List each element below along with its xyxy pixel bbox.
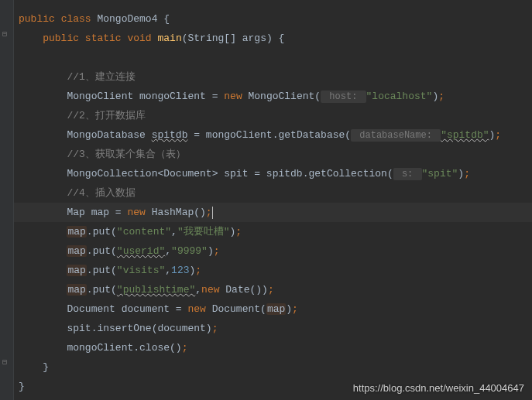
text-cursor xyxy=(212,207,213,219)
watermark-text: https://blog.csdn.net/weixin_44004647 xyxy=(353,382,524,394)
code-line: Document document = new Document(map); xyxy=(19,299,532,319)
parameter-hint: s: xyxy=(393,168,422,180)
code-line xyxy=(19,48,532,67)
code-line: public static void main(String[] args) { xyxy=(19,29,532,48)
code-line: spit.insertOne(document); xyxy=(19,319,532,338)
code-line: } xyxy=(19,357,532,377)
code-line: //4、插入数据 xyxy=(19,183,532,203)
code-line: map.put("userid","9999"); xyxy=(19,241,532,261)
fold-icon[interactable]: ⊟ xyxy=(2,359,10,367)
code-line: mongoClient.close(); xyxy=(19,338,532,357)
parameter-hint: host: xyxy=(321,91,366,103)
code-line: map.put("visits",123); xyxy=(19,261,532,280)
code-line: map.put("publishtime",new Date()); xyxy=(19,280,532,299)
code-line: MongoDatabase spitdb = mongoClient.getDa… xyxy=(19,125,532,145)
code-line: //1、建立连接 xyxy=(19,67,532,87)
code-line: MongoCollection<Document> spit = spitdb.… xyxy=(19,164,532,183)
code-line: //2、打开数据库 xyxy=(19,106,532,125)
code-line: //3、获取某个集合（表） xyxy=(19,145,532,164)
fold-icon[interactable]: ⊟ xyxy=(2,31,10,39)
code-line: public class MongoDemo4 { xyxy=(19,9,532,29)
editor-gutter: ⊟ ⊟ xyxy=(0,0,14,400)
code-line: MongoClient mongoClient = new MongoClien… xyxy=(19,87,532,106)
code-editor[interactable]: public class MongoDemo4 { public static … xyxy=(14,0,532,396)
code-line: Map map = new HashMap(); xyxy=(19,203,532,222)
parameter-hint: databaseName: xyxy=(351,129,441,142)
code-line: map.put("content","我要吐槽"); xyxy=(19,222,532,241)
